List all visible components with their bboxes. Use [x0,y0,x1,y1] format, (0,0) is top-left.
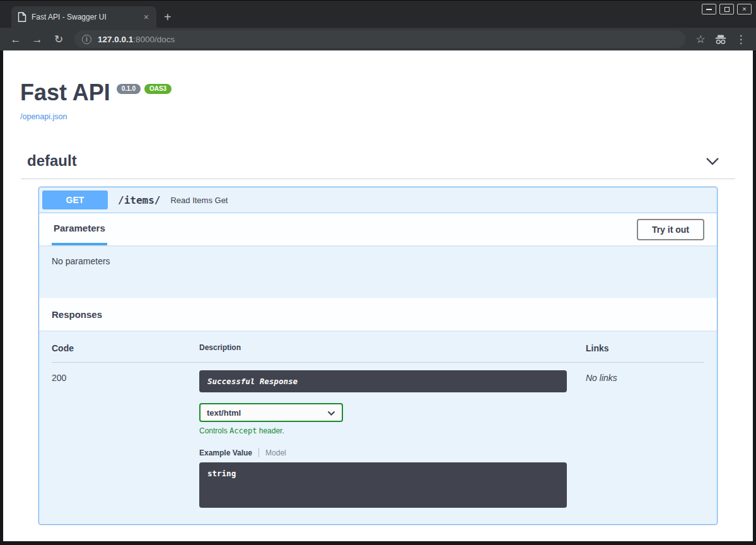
version-badge: 0.1.0 [117,84,141,94]
api-badges: 0.1.0 OAS3 [117,84,172,94]
response-description-cell: Successful Response text/html Controls A… [199,363,584,508]
address-bar[interactable]: i 127.0.0.1:8000/docs [74,30,685,48]
method-get-button[interactable]: GET [42,190,108,209]
accept-code-text: Accept [230,426,257,435]
site-info-icon[interactable]: i [82,35,91,44]
tab-divider [259,448,259,457]
openapi-spec-link[interactable]: /openapi.json [20,112,67,121]
parameters-header: Parameters Try it out [39,213,717,245]
response-links-cell: No links [584,363,704,508]
tab-model[interactable]: Model [265,448,286,457]
response-description-panel: Successful Response [199,370,567,392]
api-info: Fast API 0.1.0 OAS3 /openapi.json [20,79,753,122]
close-button[interactable]: × [737,4,752,15]
responses-title: Responses [52,309,102,320]
incognito-icon [712,34,730,45]
tab-example-value[interactable]: Example Value [199,448,252,457]
example-model-tabs: Example Value Model [199,448,567,457]
maximize-icon [724,7,730,12]
example-value-panel: string [199,462,567,508]
minimize-button[interactable] [702,4,716,15]
minimize-icon [706,9,712,10]
url-text: 127.0.0.1:8000/docs [98,35,175,44]
menu-kebab-icon[interactable]: ⋮ [732,34,750,45]
tag-section: default GET /items/ Read Items Get Param… [21,147,735,525]
no-parameters-text: No parameters [52,256,110,266]
close-icon: × [742,6,746,13]
column-header-code: Code [52,343,199,363]
window-controls: × [702,4,752,15]
operation-path: /items/ [118,194,160,206]
forward-icon[interactable]: → [28,34,47,45]
browser-titlebar: Fast API - Swagger UI × + × [0,0,756,28]
responses-header: Responses [39,298,717,331]
response-code: 200 [52,363,199,508]
operation-summary-text: Read Items Get [170,196,228,205]
operation-summary[interactable]: GET /items/ Read Items Get [39,187,717,213]
column-header-description: Description [199,343,584,363]
back-icon[interactable]: ← [6,34,25,45]
select-chevron-icon [327,408,335,418]
chevron-down-icon[interactable] [706,157,719,165]
tag-header[interactable]: default [21,147,735,179]
media-type-select[interactable]: text/html [199,403,343,422]
bookmark-star-icon[interactable]: ☆ [692,34,709,45]
browser-window: Fast API - Swagger UI × + × ← → ↻ i 127.… [0,0,756,545]
responses-table: Code Description Links 200 Successful Re… [52,343,704,508]
api-title: Fast API [20,79,110,106]
browser-toolbar: ← → ↻ i 127.0.0.1:8000/docs ☆ ⋮ [0,28,756,50]
browser-tab[interactable]: Fast API - Swagger UI × [11,6,156,28]
media-type-value: text/html [207,408,241,418]
try-it-out-button[interactable]: Try it out [637,219,704,240]
parameters-body: No parameters [39,245,717,298]
tab-parameters: Parameters [52,213,107,245]
swagger-page: Fast API 0.1.0 OAS3 /openapi.json defaul… [3,50,753,541]
operation-block-get-items: GET /items/ Read Items Get Parameters Tr… [38,187,718,525]
tab-title: Fast API - Swagger UI [32,13,136,21]
url-path: :8000/docs [133,35,175,44]
oas-badge: OAS3 [144,84,172,94]
tab-close-icon[interactable]: × [141,12,151,22]
accept-header-hint: Controls Accept header. [199,426,567,435]
new-tab-button[interactable]: + [164,11,172,23]
responses-body: Code Description Links 200 Successful Re… [39,331,717,524]
page-favicon-icon [18,12,26,22]
tag-name: default [27,152,77,170]
reload-icon[interactable]: ↻ [49,34,68,45]
maximize-button[interactable] [719,4,734,15]
url-host: 127.0.0.1 [98,35,133,44]
column-header-links: Links [584,343,704,363]
